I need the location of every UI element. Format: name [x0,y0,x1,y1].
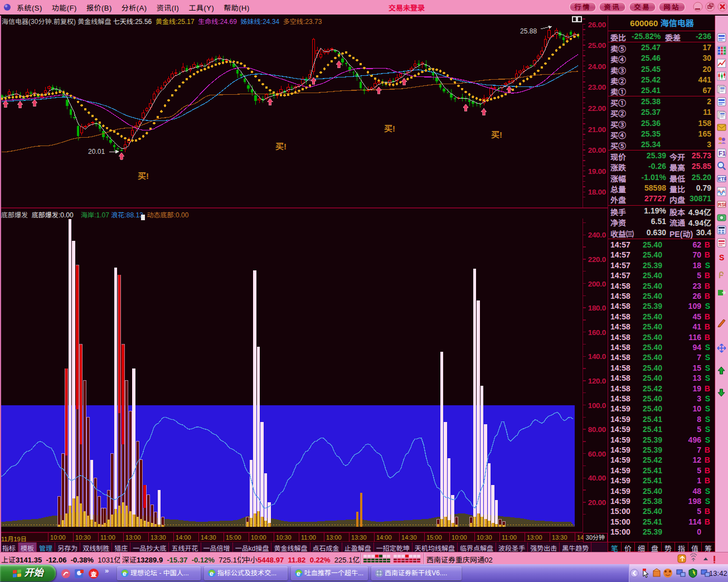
svg-text:买!: 买! [491,130,502,139]
svg-text:160.0: 160.0 [588,328,606,337]
svg-text:查: 查 [90,571,97,578]
svg-text:24.00: 24.00 [588,62,606,71]
svg-text:23.00: 23.00 [588,83,606,91]
svg-text:200.0: 200.0 [588,280,606,288]
svg-text:220.0: 220.0 [588,255,606,264]
svg-text:25.88: 25.88 [520,27,537,35]
svg-text:20.00: 20.00 [588,146,606,154]
svg-text:120.0: 120.0 [588,377,606,385]
svg-text:22.00: 22.00 [588,104,606,113]
svg-text:买!: 买! [138,171,149,181]
svg-text:RSI: RSI [718,202,726,207]
svg-text:S: S [719,253,724,262]
svg-text:25.00: 25.00 [588,41,606,50]
svg-text:买!: 买! [275,142,287,151]
svg-text:100.0: 100.0 [588,401,606,410]
svg-text:网站: 网站 [663,3,680,11]
svg-text:180.0: 180.0 [588,304,606,312]
svg-text:F10: F10 [719,150,726,157]
svg-text:240.0: 240.0 [588,231,606,239]
svg-text:26.00: 26.00 [588,21,606,29]
svg-text:60.00: 60.00 [588,450,606,458]
svg-text:21.00: 21.00 [588,125,606,134]
svg-text:ETF: ETF [718,176,726,182]
svg-text:40.00: 40.00 [588,474,606,482]
svg-text:交易: 交易 [634,3,651,11]
svg-text:行情: 行情 [574,3,591,11]
svg-text:资讯: 资讯 [604,3,620,11]
svg-text:18.00: 18.00 [588,188,606,196]
svg-text:买!: 买! [384,124,395,133]
svg-text:19.00: 19.00 [588,167,606,176]
svg-text:140.0: 140.0 [588,352,606,361]
svg-text:20.00: 20.00 [588,498,606,507]
svg-text:20.01: 20.01 [88,148,105,156]
svg-text:80.00: 80.00 [588,425,606,434]
svg-text:»: » [105,566,109,575]
